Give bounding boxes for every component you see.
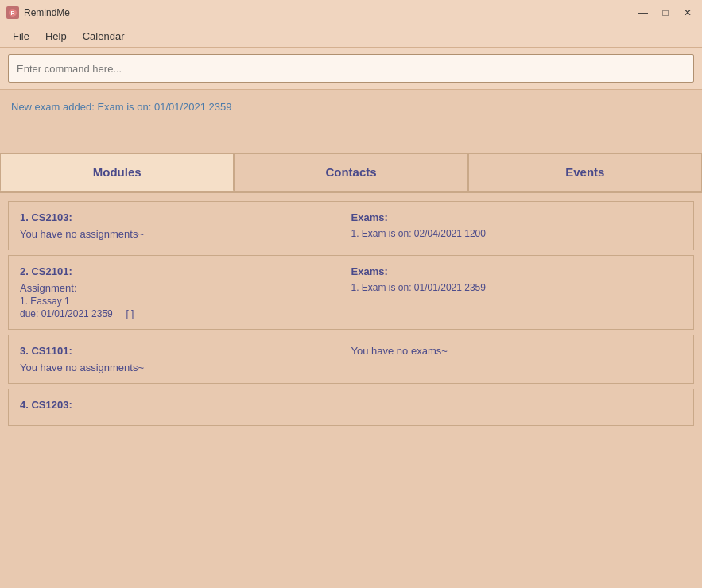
module-right-2: Exams: 1. Exam is on: 01/01/2021 2359 (351, 265, 683, 319)
exams-title-1: Exams: (351, 211, 683, 223)
module-right-1: Exams: 1. Exam is on: 02/04/2021 1200 (351, 211, 683, 240)
tab-contacts[interactable]: Contacts (234, 153, 467, 191)
assignment-name-2-1: 1. Eassay 1 (20, 296, 351, 307)
menu-calendar[interactable]: Calendar (76, 27, 131, 45)
window-title: RemindMe (24, 7, 70, 18)
svg-text:R: R (10, 10, 14, 16)
menu-file[interactable]: File (6, 27, 36, 45)
command-input-area (0, 48, 702, 90)
module-title-2: 2. CS2101: (20, 265, 351, 277)
exam-item-2-1: 1. Exam is on: 01/01/2021 2359 (351, 282, 683, 293)
module-card-3: 3. CS1101: You have no assignments~ You … (8, 335, 694, 384)
module-left-4: 4. CS1203: (20, 399, 351, 416)
module-no-assignments-1: You have no assignments~ (20, 228, 351, 240)
minimize-button[interactable]: — (635, 5, 651, 21)
tab-modules[interactable]: Modules (0, 153, 234, 191)
module-card-1: 1. CS2103: You have no assignments~ Exam… (8, 201, 694, 250)
tabs-area: Modules Contacts Events (0, 153, 702, 193)
module-card-4: 4. CS1203: (8, 389, 694, 426)
app-icon: R (6, 6, 19, 19)
assignment-due-2-1: due: 01/01/2021 2359 [ ] (20, 308, 351, 319)
module-right-3: You have no exams~ (351, 345, 683, 373)
title-bar-left: R RemindMe (6, 6, 70, 19)
module-title-3: 3. CS1101: (20, 345, 351, 357)
module-title-4: 4. CS1203: (20, 399, 351, 411)
no-exams-label-3: You have no exams~ (351, 345, 683, 357)
module-right-4 (351, 399, 683, 416)
exams-title-2: Exams: (351, 265, 683, 277)
maximize-button[interactable]: □ (657, 5, 673, 21)
menu-help[interactable]: Help (39, 27, 73, 45)
module-title-1: 1. CS2103: (20, 211, 351, 223)
tab-events[interactable]: Events (468, 153, 702, 191)
title-bar: R RemindMe — □ ✕ (0, 0, 702, 25)
command-input[interactable] (8, 54, 694, 83)
module-left-1: 1. CS2103: You have no assignments~ (20, 211, 351, 240)
menu-bar: File Help Calendar (0, 25, 702, 48)
exam-item-1-1: 1. Exam is on: 02/04/2021 1200 (351, 228, 683, 239)
module-card-2: 2. CS2101: Assignment: 1. Eassay 1 due: … (8, 255, 694, 330)
module-left-3: 3. CS1101: You have no assignments~ (20, 345, 351, 373)
notification-text: New exam added: Exam is on: 01/01/2021 2… (11, 101, 232, 113)
module-no-assignments-3: You have no assignments~ (20, 362, 351, 373)
notification-area: New exam added: Exam is on: 01/01/2021 2… (0, 90, 702, 153)
close-button[interactable]: ✕ (680, 5, 696, 21)
title-bar-controls: — □ ✕ (635, 5, 696, 21)
module-left-2: 2. CS2101: Assignment: 1. Eassay 1 due: … (20, 265, 351, 319)
assignment-title-2: Assignment: (20, 282, 351, 294)
content-area: 1. CS2103: You have no assignments~ Exam… (0, 193, 702, 579)
